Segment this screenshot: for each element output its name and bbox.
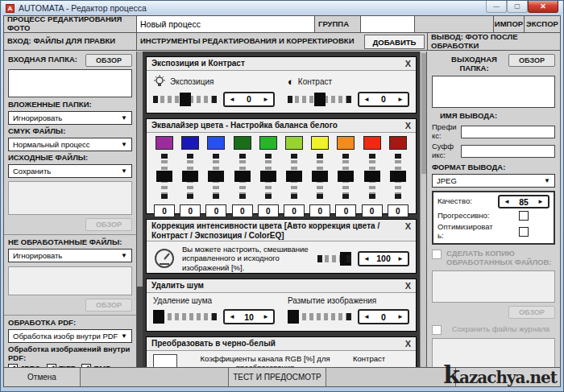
eq-value[interactable]: 0 [388, 204, 408, 217]
pdf-processing-value: Обработка изобр внутри PDF [13, 332, 118, 340]
eq-slider[interactable] [187, 154, 193, 199]
unprocessed-select[interactable]: Игнорировать ▼ [8, 249, 132, 262]
window-content: ПРОЦЕСС РЕДАКТИРОВАНИЯ ФОТО ГРУППА ИМПОР… [3, 15, 561, 387]
intensity-spinner[interactable]: ◄ 100 ► [358, 251, 409, 266]
maximize-button[interactable]: ▢ [507, 1, 528, 13]
cmyk-value: Нормальный процесс [13, 140, 90, 149]
slider-handle[interactable] [286, 171, 302, 182]
close-icon[interactable]: X [400, 281, 411, 291]
blur-slider[interactable] [288, 313, 351, 320]
subfolders-select[interactable]: Игнорировать ▼ [8, 111, 132, 125]
eq-value[interactable]: 0 [335, 204, 356, 217]
test-preview-button[interactable]: ТЕСТ И ПРЕДОСМОТР [229, 368, 326, 386]
close-icon[interactable]: X [400, 121, 411, 131]
contrast-slider[interactable] [288, 96, 351, 103]
slider-handle[interactable] [153, 310, 164, 324]
eq-value[interactable]: 0 [232, 204, 253, 217]
slider-handle[interactable] [390, 171, 406, 182]
slider-handle[interactable] [288, 310, 299, 324]
spinner-left-icon[interactable]: ◄ [363, 96, 370, 103]
input-folder-box[interactable] [8, 69, 132, 97]
noise-removal-label: Удаление шума [153, 296, 275, 306]
exposure-slider[interactable] [153, 96, 217, 103]
close-button[interactable]: ✕ [528, 1, 558, 13]
eq-slider[interactable] [291, 154, 297, 199]
group-input[interactable] [364, 19, 411, 29]
source-files-select[interactable]: Сохранить ▼ [8, 164, 132, 178]
progressive-checkbox[interactable] [519, 211, 529, 221]
close-icon[interactable]: X [400, 59, 411, 69]
eq-slider[interactable] [369, 154, 375, 199]
optimize-checkbox[interactable] [519, 227, 529, 237]
quality-spinner[interactable]: ◄ 85 ► [498, 195, 549, 208]
prefix-input[interactable] [465, 131, 551, 141]
minimize-button[interactable]: — [486, 1, 507, 13]
eq-value[interactable]: 0 [258, 204, 279, 217]
add-tool-button[interactable]: ДОБАВИТЬ [364, 35, 425, 49]
color-intensity-panel: Коррекция интенсивности цвета [Авто корр… [146, 219, 417, 274]
import-button[interactable]: ИМПОР [494, 16, 525, 32]
rgb-coeff-label: Коэффициенты канала RGB [%] для преобраз… [185, 354, 345, 367]
eq-slider[interactable] [161, 154, 168, 199]
spinner-left-icon[interactable]: ◄ [229, 313, 235, 320]
slider-handle[interactable] [208, 171, 224, 182]
eq-value[interactable]: 0 [205, 204, 226, 217]
input-folder-browse-button[interactable]: ОБЗОР [85, 54, 132, 67]
exposure-spinner[interactable]: ◄ 0 ► [223, 92, 275, 107]
eq-slider[interactable] [265, 154, 272, 199]
slider-handle[interactable] [364, 171, 380, 182]
spinner-right-icon[interactable]: ► [397, 313, 404, 320]
slider-handle[interactable] [312, 171, 328, 182]
output-folder-box[interactable] [432, 76, 555, 108]
intensity-slider[interactable] [317, 255, 351, 262]
eq-value[interactable]: 0 [154, 204, 175, 217]
export-button[interactable]: ЭКСПОР [525, 16, 560, 32]
slider-handle[interactable] [340, 252, 351, 266]
spinner-left-icon[interactable]: ◄ [229, 96, 235, 103]
slider-handle[interactable] [156, 171, 172, 182]
output-folder-browse-button[interactable]: ОБЗОР [508, 54, 555, 67]
spinner-left-icon[interactable]: ◄ [363, 255, 370, 262]
process-name-input[interactable] [140, 19, 311, 29]
slider-handle[interactable] [234, 171, 251, 182]
spinner-right-icon[interactable]: ► [397, 255, 404, 262]
spinner-right-icon[interactable]: ► [263, 96, 269, 103]
spinner-left-icon[interactable]: ◄ [504, 198, 510, 205]
process-name-field-wrap [137, 16, 315, 32]
eq-value[interactable]: 0 [309, 204, 330, 217]
slider-handle[interactable] [338, 171, 354, 182]
close-icon[interactable]: X [400, 339, 411, 349]
eq-slider[interactable] [342, 154, 349, 199]
slider-handle[interactable] [314, 93, 326, 106]
slider-handle[interactable] [180, 93, 191, 106]
output-format-value: JPEG [437, 176, 457, 185]
contrast-spinner[interactable]: ◄ 0 ► [358, 92, 409, 107]
output-format-select[interactable]: JPEG ▼ [432, 174, 555, 188]
app-window: A AUTOMATA - Редактор процесса — ▢ ✕ ПРО… [0, 0, 564, 392]
spinner-right-icon[interactable]: ► [537, 198, 544, 205]
close-icon[interactable]: X [400, 221, 411, 232]
slider-handle[interactable] [182, 171, 198, 182]
pdf-processing-select[interactable]: Обработка изобр внутри PDF ▼ [8, 329, 132, 343]
spinner-right-icon[interactable]: ► [263, 313, 269, 320]
suffix-input[interactable] [465, 151, 551, 160]
eq-slider[interactable] [239, 154, 246, 199]
tools-scrollbar-left[interactable] [137, 52, 143, 367]
suffix-field-wrap [461, 145, 555, 158]
eq-value[interactable]: 0 [180, 204, 201, 217]
eq-slider[interactable] [213, 154, 219, 199]
tools-scrollbar-right[interactable] [420, 52, 426, 367]
blur-spinner[interactable]: ◄ 0 ► [358, 309, 409, 324]
spinner-left-icon[interactable]: ◄ [363, 313, 370, 320]
cmyk-select[interactable]: Нормальный процесс ▼ [8, 138, 132, 151]
eq-slider[interactable] [395, 154, 401, 199]
cancel-button[interactable]: Отмена [4, 368, 81, 386]
spinner-right-icon[interactable]: ► [397, 96, 404, 103]
noise-slider[interactable] [153, 313, 217, 320]
eq-slider[interactable] [317, 154, 323, 199]
noise-spinner[interactable]: ◄ 10 ► [223, 309, 275, 324]
scrollbar-thumb[interactable] [137, 287, 143, 367]
eq-value[interactable]: 0 [362, 204, 383, 217]
eq-value[interactable]: 0 [284, 204, 305, 217]
slider-handle[interactable] [260, 171, 276, 182]
